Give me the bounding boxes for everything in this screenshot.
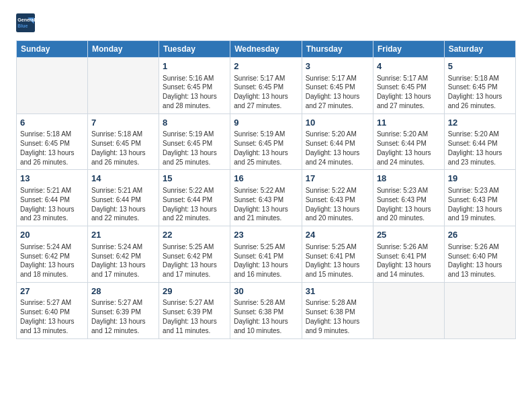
day-number: 27	[20, 285, 84, 298]
day-number: 3	[306, 60, 369, 73]
day-info: Sunrise: 5:20 AMSunset: 6:44 PMDaylight:…	[448, 130, 512, 167]
day-info: Sunrise: 5:25 AMSunset: 6:41 PMDaylight:…	[306, 242, 369, 279]
calendar: SundayMondayTuesdayWednesdayThursdayFrid…	[16, 40, 516, 339]
calendar-cell: 4Sunrise: 5:17 AMSunset: 6:45 PMDaylight…	[373, 58, 444, 114]
calendar-cell: 6Sunrise: 5:18 AMSunset: 6:45 PMDaylight…	[17, 113, 88, 170]
day-info: Sunrise: 5:26 AMSunset: 6:41 PMDaylight:…	[377, 242, 441, 279]
day-number: 17	[306, 173, 369, 185]
calendar-cell: 2Sunrise: 5:17 AMSunset: 6:45 PMDaylight…	[230, 58, 302, 114]
day-info: Sunrise: 5:19 AMSunset: 6:45 PMDaylight:…	[163, 130, 226, 167]
calendar-cell: 10Sunrise: 5:20 AMSunset: 6:44 PMDayligh…	[302, 113, 373, 170]
day-number: 18	[377, 173, 441, 185]
day-number: 1	[163, 60, 226, 73]
day-number: 11	[377, 117, 441, 129]
day-info: Sunrise: 5:18 AMSunset: 6:45 PMDaylight:…	[91, 130, 155, 167]
calendar-cell: 18Sunrise: 5:23 AMSunset: 6:43 PMDayligh…	[373, 170, 444, 226]
calendar-cell: 17Sunrise: 5:22 AMSunset: 6:43 PMDayligh…	[302, 170, 373, 226]
day-number: 28	[91, 285, 155, 298]
day-number: 8	[163, 117, 226, 129]
calendar-cell	[444, 282, 515, 338]
day-number: 2	[234, 60, 298, 73]
day-number: 23	[234, 229, 298, 241]
svg-rect-0	[16, 13, 35, 32]
calendar-cell: 19Sunrise: 5:23 AMSunset: 6:43 PMDayligh…	[444, 170, 515, 226]
dow-header-monday: Monday	[88, 41, 159, 58]
day-number: 14	[91, 173, 155, 185]
calendar-cell: 3Sunrise: 5:17 AMSunset: 6:45 PMDaylight…	[302, 58, 373, 114]
day-info: Sunrise: 5:17 AMSunset: 6:45 PMDaylight:…	[234, 74, 298, 111]
day-info: Sunrise: 5:18 AMSunset: 6:45 PMDaylight:…	[448, 74, 512, 111]
day-info: Sunrise: 5:21 AMSunset: 6:44 PMDaylight:…	[91, 186, 155, 223]
dow-header-thursday: Thursday	[302, 41, 373, 58]
day-number: 19	[448, 173, 512, 185]
day-info: Sunrise: 5:17 AMSunset: 6:45 PMDaylight:…	[306, 74, 369, 111]
day-info: Sunrise: 5:28 AMSunset: 6:38 PMDaylight:…	[234, 298, 298, 335]
logo: General Blue	[16, 13, 38, 32]
day-info: Sunrise: 5:24 AMSunset: 6:42 PMDaylight:…	[91, 242, 155, 279]
calendar-cell: 15Sunrise: 5:22 AMSunset: 6:44 PMDayligh…	[159, 170, 230, 226]
day-number: 10	[306, 117, 369, 129]
day-info: Sunrise: 5:23 AMSunset: 6:43 PMDaylight:…	[448, 186, 512, 223]
day-info: Sunrise: 5:18 AMSunset: 6:45 PMDaylight:…	[20, 130, 84, 167]
day-info: Sunrise: 5:24 AMSunset: 6:42 PMDaylight:…	[20, 242, 84, 279]
day-number: 29	[163, 285, 226, 298]
calendar-cell: 29Sunrise: 5:27 AMSunset: 6:39 PMDayligh…	[159, 282, 230, 338]
calendar-cell: 12Sunrise: 5:20 AMSunset: 6:44 PMDayligh…	[444, 113, 515, 170]
dow-header-wednesday: Wednesday	[230, 41, 302, 58]
day-info: Sunrise: 5:17 AMSunset: 6:45 PMDaylight:…	[377, 74, 441, 111]
day-info: Sunrise: 5:21 AMSunset: 6:44 PMDaylight:…	[20, 186, 84, 223]
day-info: Sunrise: 5:27 AMSunset: 6:40 PMDaylight:…	[20, 298, 84, 335]
day-number: 21	[91, 229, 155, 241]
calendar-cell	[373, 282, 444, 338]
day-number: 5	[448, 60, 512, 73]
calendar-cell: 20Sunrise: 5:24 AMSunset: 6:42 PMDayligh…	[17, 226, 88, 283]
day-info: Sunrise: 5:22 AMSunset: 6:44 PMDaylight:…	[163, 186, 226, 223]
day-info: Sunrise: 5:25 AMSunset: 6:42 PMDaylight:…	[163, 242, 226, 279]
day-info: Sunrise: 5:22 AMSunset: 6:43 PMDaylight:…	[234, 186, 298, 223]
calendar-cell: 30Sunrise: 5:28 AMSunset: 6:38 PMDayligh…	[230, 282, 302, 338]
day-info: Sunrise: 5:27 AMSunset: 6:39 PMDaylight:…	[91, 298, 155, 335]
day-number: 24	[306, 229, 369, 241]
calendar-cell: 22Sunrise: 5:25 AMSunset: 6:42 PMDayligh…	[159, 226, 230, 283]
day-number: 12	[448, 117, 512, 129]
calendar-cell: 11Sunrise: 5:20 AMSunset: 6:44 PMDayligh…	[373, 113, 444, 170]
day-info: Sunrise: 5:22 AMSunset: 6:43 PMDaylight:…	[306, 186, 369, 223]
day-info: Sunrise: 5:20 AMSunset: 6:44 PMDaylight:…	[306, 130, 369, 167]
calendar-cell: 23Sunrise: 5:25 AMSunset: 6:41 PMDayligh…	[230, 226, 302, 283]
calendar-cell: 26Sunrise: 5:26 AMSunset: 6:40 PMDayligh…	[444, 226, 515, 283]
day-info: Sunrise: 5:20 AMSunset: 6:44 PMDaylight:…	[377, 130, 441, 167]
dow-header-saturday: Saturday	[444, 41, 515, 58]
svg-text:Blue: Blue	[17, 24, 28, 28]
day-info: Sunrise: 5:23 AMSunset: 6:43 PMDaylight:…	[377, 186, 441, 223]
calendar-cell: 14Sunrise: 5:21 AMSunset: 6:44 PMDayligh…	[88, 170, 159, 226]
calendar-cell: 27Sunrise: 5:27 AMSunset: 6:40 PMDayligh…	[17, 282, 88, 338]
day-info: Sunrise: 5:26 AMSunset: 6:40 PMDaylight:…	[448, 242, 512, 279]
day-number: 9	[234, 117, 298, 129]
day-number: 25	[377, 229, 441, 241]
day-number: 6	[20, 117, 84, 129]
day-info: Sunrise: 5:19 AMSunset: 6:45 PMDaylight:…	[234, 130, 298, 167]
calendar-cell	[17, 58, 88, 114]
calendar-cell: 24Sunrise: 5:25 AMSunset: 6:41 PMDayligh…	[302, 226, 373, 283]
day-number: 31	[306, 285, 369, 298]
calendar-cell: 13Sunrise: 5:21 AMSunset: 6:44 PMDayligh…	[17, 170, 88, 226]
calendar-cell: 9Sunrise: 5:19 AMSunset: 6:45 PMDaylight…	[230, 113, 302, 170]
calendar-cell: 7Sunrise: 5:18 AMSunset: 6:45 PMDaylight…	[88, 113, 159, 170]
day-number: 16	[234, 173, 298, 185]
day-info: Sunrise: 5:28 AMSunset: 6:38 PMDaylight:…	[306, 298, 369, 335]
logo-icon: General Blue	[16, 13, 35, 32]
day-number: 15	[163, 173, 226, 185]
day-info: Sunrise: 5:27 AMSunset: 6:39 PMDaylight:…	[163, 298, 226, 335]
dow-header-sunday: Sunday	[17, 41, 88, 58]
calendar-cell: 21Sunrise: 5:24 AMSunset: 6:42 PMDayligh…	[88, 226, 159, 283]
calendar-cell: 28Sunrise: 5:27 AMSunset: 6:39 PMDayligh…	[88, 282, 159, 338]
calendar-cell	[88, 58, 159, 114]
calendar-cell: 5Sunrise: 5:18 AMSunset: 6:45 PMDaylight…	[444, 58, 515, 114]
calendar-cell: 8Sunrise: 5:19 AMSunset: 6:45 PMDaylight…	[159, 113, 230, 170]
day-number: 7	[91, 117, 155, 129]
svg-text:General: General	[17, 17, 35, 22]
day-number: 30	[234, 285, 298, 298]
calendar-cell: 16Sunrise: 5:22 AMSunset: 6:43 PMDayligh…	[230, 170, 302, 226]
day-info: Sunrise: 5:25 AMSunset: 6:41 PMDaylight:…	[234, 242, 298, 279]
calendar-cell: 31Sunrise: 5:28 AMSunset: 6:38 PMDayligh…	[302, 282, 373, 338]
